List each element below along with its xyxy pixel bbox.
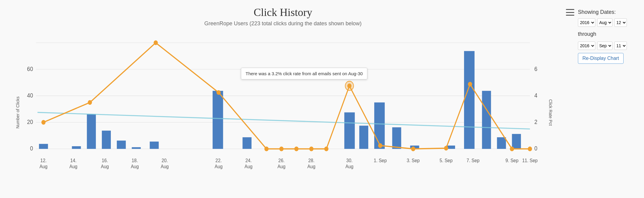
from-date-row: 2016 2015 Aug Sep Jul 12 1 15 [578,18,627,27]
svg-text:18.: 18. [132,158,138,163]
svg-rect-15 [87,114,96,149]
svg-point-43 [347,84,351,88]
svg-text:0: 0 [534,145,537,152]
svg-point-39 [294,147,299,151]
svg-point-48 [510,147,514,151]
svg-text:3. Sep: 3. Sep [407,158,420,163]
svg-text:Aug: Aug [39,164,47,169]
svg-text:28.: 28. [308,158,314,163]
chart-container: Number of Clicks 0 20 40 60 0 2 4 6 [12,33,554,192]
svg-rect-23 [359,126,368,149]
svg-rect-21 [242,137,251,149]
svg-text:1. Sep: 1. Sep [374,158,387,163]
svg-text:16.: 16. [102,158,108,163]
svg-text:2: 2 [534,119,537,125]
svg-text:Aug: Aug [214,164,223,169]
redisplay-button[interactable]: Re-Display Chart [578,53,624,64]
svg-text:26.: 26. [278,158,285,163]
svg-rect-30 [497,137,506,149]
svg-text:Aug: Aug [345,164,354,169]
svg-text:Aug: Aug [69,164,77,169]
svg-text:9. Sep: 9. Sep [506,158,518,163]
showing-dates-label: Showing Dates: [578,9,627,15]
svg-point-34 [88,100,92,105]
svg-point-36 [217,90,221,95]
svg-text:12.: 12. [40,158,47,163]
right-top: Showing Dates: 2016 2015 Aug Sep Jul 12 … [566,9,638,64]
from-day-select[interactable]: 12 1 15 [614,18,627,27]
chart-inner: 0 20 40 60 0 2 4 6 [21,33,545,192]
svg-text:4: 4 [534,92,537,99]
svg-text:Aug: Aug [161,164,169,169]
y-axis-right-label: Click Rate Pct [545,33,554,192]
chart-area: Click History GreenRope Users (223 total… [0,0,560,198]
svg-text:60: 60 [27,66,33,72]
svg-text:24.: 24. [245,158,252,163]
svg-text:Aug: Aug [307,164,315,169]
svg-point-33 [41,120,46,125]
svg-rect-24 [374,102,385,149]
svg-text:11. Sep: 11. Sep [522,158,538,163]
svg-point-35 [153,40,158,45]
svg-rect-25 [392,127,401,149]
svg-point-40 [309,147,314,151]
svg-rect-13 [39,144,48,149]
to-day-select[interactable]: 11 1 30 [614,42,627,50]
svg-text:22.: 22. [215,158,222,163]
svg-point-49 [528,147,532,151]
svg-point-38 [279,147,284,151]
hamburger-icon[interactable] [566,9,574,16]
svg-text:Aug: Aug [131,164,139,169]
svg-point-41 [324,147,329,151]
svg-text:6: 6 [534,66,537,72]
svg-text:40: 40 [27,92,33,99]
svg-rect-28 [464,51,475,149]
svg-text:20: 20 [27,119,33,125]
svg-text:Aug: Aug [101,164,109,169]
svg-point-44 [378,143,382,148]
svg-text:20.: 20. [162,158,168,163]
svg-point-45 [411,147,415,151]
svg-rect-31 [512,134,521,149]
svg-text:30.: 30. [346,158,353,163]
right-panel: Showing Dates: 2016 2015 Aug Sep Jul 12 … [560,0,644,198]
svg-text:0: 0 [30,145,33,152]
right-controls: Showing Dates: 2016 2015 Aug Sep Jul 12 … [578,9,627,64]
to-year-select[interactable]: 2016 2015 [578,42,595,50]
svg-point-37 [264,147,269,151]
svg-rect-19 [150,141,159,149]
svg-rect-22 [344,113,355,149]
svg-text:14.: 14. [70,158,77,163]
svg-rect-20 [213,91,223,149]
from-year-select[interactable]: 2016 2015 [578,18,595,27]
svg-text:7. Sep: 7. Sep [466,158,479,163]
from-month-select[interactable]: Aug Sep Jul [597,18,612,27]
svg-point-47 [468,82,472,86]
to-date-row: 2016 2015 Sep Aug Oct 11 1 30 [578,42,627,50]
svg-point-46 [444,146,448,150]
svg-text:Aug: Aug [278,164,286,169]
through-label: through [578,31,627,37]
svg-rect-29 [482,91,491,149]
main-chart-svg: 0 20 40 60 0 2 4 6 [21,33,545,192]
y-axis-left-label: Number of Clicks [12,33,21,192]
to-month-select[interactable]: Sep Aug Oct [597,42,612,50]
svg-rect-14 [72,146,81,149]
svg-rect-18 [132,147,141,149]
svg-rect-16 [102,131,111,149]
chart-title: Click History [12,6,554,19]
svg-text:5. Sep: 5. Sep [440,158,453,163]
svg-rect-17 [117,141,126,149]
chart-subtitle: GreenRope Users (223 total clicks during… [12,20,554,27]
svg-text:Aug: Aug [245,164,253,169]
